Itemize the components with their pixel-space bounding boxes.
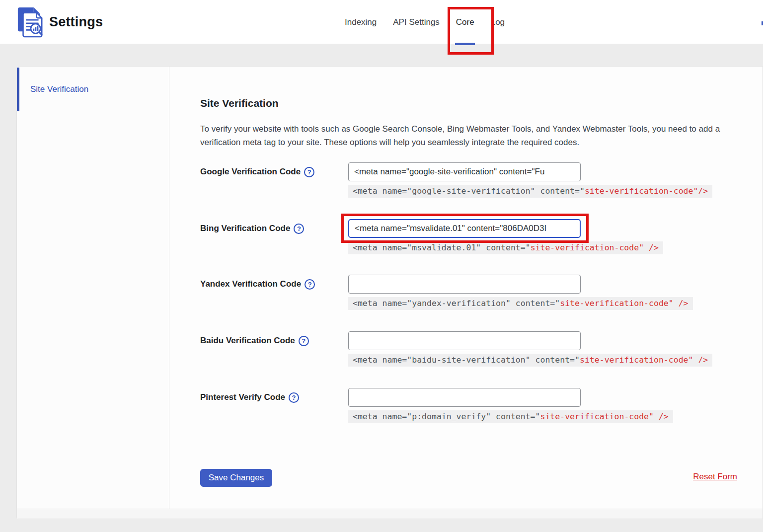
yandex-verification-label: Yandex Verification Code ?	[200, 275, 349, 294]
settings-tabs: Indexing API Settings Core Log	[345, 0, 505, 44]
help-icon[interactable]: ?	[294, 224, 304, 234]
bing-verification-label: Bing Verification Code ?	[200, 219, 349, 238]
tab-api-settings-label: API Settings	[393, 17, 440, 27]
reset-form-link[interactable]: Reset Form	[693, 472, 737, 482]
field-label-text: Google Verification Code	[200, 167, 301, 177]
google-verification-input[interactable]	[348, 162, 581, 181]
tab-core[interactable]: Core	[456, 0, 474, 44]
code-prefix: <meta name="msvalidate.01" content="	[353, 243, 531, 252]
help-icon[interactable]: ?	[289, 392, 299, 403]
tab-log-label: Log	[491, 17, 505, 27]
card-footer	[17, 509, 763, 519]
google-verification-label: Google Verification Code ?	[200, 162, 349, 181]
pinterest-verify-label: Pinterest Verify Code ?	[200, 388, 349, 407]
sidebar-item-label: Site Verification	[30, 84, 88, 94]
tab-indexing-label: Indexing	[345, 17, 377, 27]
tab-api-settings[interactable]: API Settings	[393, 0, 440, 44]
field-label-text: Bing Verification Code	[200, 224, 290, 233]
code-highlight: site-verification-code" />	[531, 243, 659, 252]
code-prefix: <meta name="google-site-verification" co…	[353, 186, 585, 196]
code-prefix: <meta name="baidu-site-verification" con…	[353, 355, 580, 365]
yandex-meta-tag-example: <meta name="yandex-verification" content…	[348, 297, 693, 310]
help-icon[interactable]: ?	[305, 279, 315, 290]
tab-core-label: Core	[456, 17, 474, 27]
code-prefix: <meta name="yandex-verification" content…	[353, 299, 560, 308]
section-description: To verify your website with tools such a…	[200, 122, 737, 149]
baidu-verification-input[interactable]	[348, 331, 581, 350]
field-label-text: Yandex Verification Code	[200, 279, 301, 289]
tab-indexing[interactable]: Indexing	[345, 0, 377, 44]
baidu-meta-tag-example: <meta name="baidu-site-verification" con…	[348, 354, 712, 367]
active-tab-underline	[455, 43, 475, 45]
help-icon[interactable]: ?	[299, 336, 309, 346]
sidebar: Site Verification	[17, 67, 169, 509]
tab-log[interactable]: Log	[491, 0, 505, 44]
save-changes-button[interactable]: Save Changes	[200, 469, 272, 487]
help-icon[interactable]: ?	[304, 167, 314, 177]
pinterest-verify-input[interactable]	[348, 388, 581, 407]
yandex-verification-input[interactable]	[348, 275, 581, 294]
pinterest-meta-tag-example: <meta name="p:domain_verify" content="si…	[348, 410, 673, 423]
code-highlight: site-verification-code"/>	[585, 186, 708, 196]
baidu-verification-label: Baidu Verification Code ?	[200, 331, 349, 350]
google-meta-tag-example: <meta name="google-site-verification" co…	[348, 185, 712, 198]
section-title: Site Verification	[200, 97, 279, 109]
code-highlight: site-verification-code" />	[540, 412, 669, 421]
code-highlight: site-verification-code" />	[580, 355, 708, 365]
header: Settings Indexing API Settings Core Log	[0, 0, 763, 44]
field-label-text: Baidu Verification Code	[200, 336, 295, 346]
page-title: Settings	[49, 0, 103, 44]
code-prefix: <meta name="p:domain_verify" content="	[353, 412, 540, 421]
sidebar-item-site-verification[interactable]: Site Verification	[17, 68, 169, 111]
code-highlight: site-verification-code" />	[560, 299, 688, 308]
settings-plugin-logo-icon	[16, 7, 45, 38]
bing-meta-tag-example: <meta name="msvalidate.01" content="site…	[348, 241, 663, 254]
settings-card: Site Verification Site Verification To v…	[16, 66, 763, 519]
bing-verification-input[interactable]	[348, 219, 581, 238]
field-label-text: Pinterest Verify Code	[200, 392, 285, 402]
